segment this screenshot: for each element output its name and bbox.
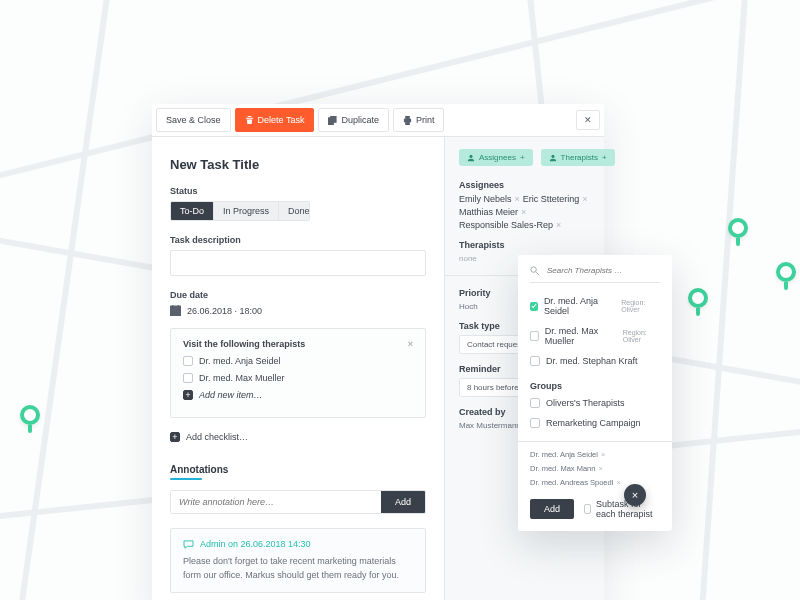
- remove-icon[interactable]: ×: [521, 207, 526, 217]
- close-fab[interactable]: ×: [624, 484, 646, 506]
- therapist-picker-popover: Dr. med. Anja SeidelRegion: Oliver Dr. m…: [518, 255, 672, 531]
- description-label: Task description: [170, 235, 426, 245]
- add-checklist-button[interactable]: + Add checklist…: [170, 432, 426, 442]
- person-icon: [549, 154, 557, 162]
- assignee-chip[interactable]: Eric Sttetering×: [523, 194, 588, 204]
- plus-icon: +: [183, 390, 193, 400]
- due-date-label: Due date: [170, 290, 426, 300]
- status-label: Status: [170, 186, 426, 196]
- remove-icon[interactable]: ×: [601, 450, 605, 459]
- svg-rect-1: [331, 116, 336, 122]
- therapists-label: Therapists: [459, 240, 590, 250]
- selected-therapists: Dr. med. Anja Seidel× Dr. med. Max Mann×…: [530, 450, 660, 487]
- comment-icon: [183, 540, 194, 549]
- print-icon: [403, 116, 412, 125]
- checkbox-icon[interactable]: [183, 373, 193, 383]
- calendar-icon: [170, 305, 181, 316]
- plus-icon: +: [170, 432, 180, 442]
- modal-toolbar: Save & Close Delete Task Duplicate Print…: [152, 104, 604, 137]
- remove-icon[interactable]: ×: [515, 194, 520, 204]
- checkbox-icon[interactable]: [584, 504, 591, 514]
- save-close-button[interactable]: Save & Close: [156, 108, 231, 132]
- map-pin-icon: [728, 218, 750, 240]
- annotation-meta: Admin on 26.06.2018 14:30: [200, 539, 311, 549]
- remove-icon[interactable]: ×: [598, 464, 602, 473]
- svg-rect-6: [170, 306, 181, 308]
- map-pin-icon: [20, 405, 42, 427]
- assignees-label: Assignees: [459, 180, 590, 190]
- copy-icon: [328, 116, 337, 125]
- remove-icon[interactable]: ×: [582, 194, 587, 204]
- checklist-remove-icon[interactable]: ×: [408, 339, 413, 349]
- close-button[interactable]: ✕: [576, 110, 600, 130]
- heading-underline: [170, 478, 202, 480]
- therapist-search-input[interactable]: [545, 265, 660, 276]
- close-icon: ×: [632, 490, 638, 501]
- selected-chip[interactable]: Dr. med. Anja Seidel×: [530, 450, 605, 459]
- print-button[interactable]: Print: [393, 108, 445, 132]
- status-option-todo[interactable]: To-Do: [171, 202, 214, 220]
- svg-rect-2: [404, 118, 411, 122]
- group-option[interactable]: Remarketing Campaign: [518, 413, 672, 433]
- therapist-option[interactable]: Dr. med. Anja SeidelRegion: Oliver: [518, 291, 672, 321]
- delete-task-button[interactable]: Delete Task: [235, 108, 315, 132]
- popover-add-button[interactable]: Add: [530, 499, 574, 519]
- map-pin-icon: [776, 262, 798, 284]
- remove-icon[interactable]: ×: [556, 220, 561, 230]
- duplicate-button[interactable]: Duplicate: [318, 108, 389, 132]
- checklist-title[interactable]: Visit the following therapists: [183, 339, 305, 349]
- checkbox-icon[interactable]: [530, 356, 540, 366]
- therapist-option[interactable]: Dr. med. Stephan Kraft: [518, 351, 672, 371]
- search-icon: [530, 266, 539, 275]
- annotations-heading: Annotations: [170, 464, 426, 475]
- groups-label: Groups: [530, 381, 660, 391]
- svg-rect-3: [406, 116, 410, 119]
- checkbox-icon[interactable]: [530, 398, 540, 408]
- selected-chip[interactable]: Dr. med. Max Mann×: [530, 464, 603, 473]
- annotation-body: Please don't forget to take recent marke…: [183, 555, 413, 582]
- svg-rect-7: [172, 305, 173, 307]
- svg-point-9: [531, 267, 536, 272]
- checkbox-checked-icon[interactable]: [530, 302, 538, 311]
- assignee-chip[interactable]: Emily Nebels×: [459, 194, 520, 204]
- add-checklist-item[interactable]: +Add new item…: [183, 390, 413, 400]
- checkbox-icon[interactable]: [183, 356, 193, 366]
- annotation-add-button[interactable]: Add: [381, 491, 425, 513]
- svg-rect-4: [406, 122, 410, 125]
- map-pin-icon: [688, 288, 710, 310]
- status-option-inprogress[interactable]: In Progress: [214, 202, 279, 220]
- trash-icon: [245, 116, 254, 125]
- checklist-item[interactable]: Dr. med. Anja Seidel: [183, 356, 413, 366]
- status-segmented[interactable]: To-Do In Progress Done: [170, 201, 310, 221]
- task-title[interactable]: New Task Title: [170, 157, 426, 172]
- svg-rect-8: [178, 305, 179, 307]
- description-input[interactable]: [170, 250, 426, 276]
- add-assignees-button[interactable]: Assignees+: [459, 149, 533, 166]
- close-icon: ✕: [584, 115, 592, 125]
- status-option-done[interactable]: Done: [279, 202, 310, 220]
- checkbox-icon[interactable]: [530, 331, 539, 341]
- checkbox-icon[interactable]: [530, 418, 540, 428]
- annotation-input-group: Add: [170, 490, 426, 514]
- add-therapists-button[interactable]: Therapists+: [541, 149, 615, 166]
- person-icon: [467, 154, 475, 162]
- checklist-item[interactable]: Dr. med. Max Mueller: [183, 373, 413, 383]
- therapist-option[interactable]: Dr. med. Max MuellerRegion: Oliver: [518, 321, 672, 351]
- subtask-each-toggle[interactable]: Subtask for each therapist: [584, 499, 660, 519]
- assignees-list: Emily Nebels× Eric Sttetering× Matthias …: [459, 194, 590, 230]
- annotation-input[interactable]: [171, 491, 381, 513]
- annotation-note: Admin on 26.06.2018 14:30 Please don't f…: [170, 528, 426, 593]
- assignee-chip[interactable]: Responsible Sales-Rep×: [459, 220, 561, 230]
- due-date-value[interactable]: 26.06.2018 · 18:00: [187, 306, 262, 316]
- assignee-chip[interactable]: Matthias Meier×: [459, 207, 526, 217]
- group-option[interactable]: Olivers's Therapists: [518, 393, 672, 413]
- remove-icon[interactable]: ×: [616, 478, 620, 487]
- checklist-card: Visit the following therapists × Dr. med…: [170, 328, 426, 418]
- selected-chip[interactable]: Dr. med. Andreas Spoedl×: [530, 478, 621, 487]
